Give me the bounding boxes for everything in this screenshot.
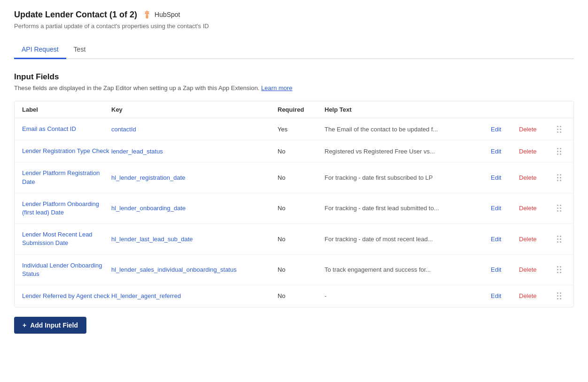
tab-api-request[interactable]: API Request xyxy=(14,41,66,59)
svg-line-7 xyxy=(148,12,149,12)
svg-line-5 xyxy=(148,14,149,14)
delete-button[interactable]: Delete xyxy=(519,174,552,181)
col-delete xyxy=(519,106,552,113)
row-key: Hl_lender_agent_referred xyxy=(111,292,278,299)
delete-button[interactable]: Delete xyxy=(519,236,552,243)
table-row: Lender Referred by Agent check Hl_lender… xyxy=(15,285,573,307)
row-help: To track engagement and success for... xyxy=(325,266,491,273)
edit-button[interactable]: Edit xyxy=(491,236,519,243)
section-title: Input Fields xyxy=(14,72,574,82)
section-description: These fields are displayed in the Zap Ed… xyxy=(14,84,574,92)
table-row: Individual Lender Onboarding Status hl_l… xyxy=(15,255,573,285)
table-row: Email as Contact ID contactId Yes The Em… xyxy=(15,118,573,140)
row-required: No xyxy=(278,174,325,181)
row-help: Registered vs Registered Free User vs... xyxy=(325,148,491,155)
delete-button[interactable]: Delete xyxy=(519,126,552,133)
edit-button[interactable]: Edit xyxy=(491,126,519,133)
row-help: For tracking - date first lead submitted… xyxy=(325,205,491,212)
col-label: Label xyxy=(22,106,111,113)
row-key: hl_lender_onboarding_date xyxy=(111,205,278,212)
col-key: Key xyxy=(111,106,278,113)
col-drag xyxy=(552,106,566,113)
col-help-text: Help Text xyxy=(325,106,491,113)
row-key: hl_lender_sales_individual_onboarding_st… xyxy=(111,266,278,273)
row-help: For tracking - date of most recent lead.… xyxy=(325,236,491,243)
row-label: Lender Most Recent Lead Submission Date xyxy=(22,230,111,247)
drag-handle[interactable] xyxy=(552,292,566,299)
row-label: Individual Lender Onboarding Status xyxy=(22,261,111,278)
svg-line-6 xyxy=(145,14,146,14)
edit-button[interactable]: Edit xyxy=(491,292,519,299)
row-required: Yes xyxy=(278,126,325,133)
row-required: No xyxy=(278,292,325,299)
table-row: Lender Platform Onboarding (first lead) … xyxy=(15,193,573,224)
row-label: Email as Contact ID xyxy=(22,125,111,133)
tabs-bar: API Request Test xyxy=(14,41,574,59)
edit-button[interactable]: Edit xyxy=(491,205,519,212)
input-fields-table: Label Key Required Help Text Email as Co… xyxy=(14,101,574,307)
row-label: Lender Platform Registration Date xyxy=(22,169,111,186)
col-required: Required xyxy=(278,106,325,113)
delete-button[interactable]: Delete xyxy=(519,292,552,299)
edit-button[interactable]: Edit xyxy=(491,148,519,155)
svg-line-4 xyxy=(145,12,146,12)
drag-handle[interactable] xyxy=(552,205,566,212)
row-key: hl_lender_registration_date xyxy=(111,174,278,181)
drag-handle[interactable] xyxy=(552,126,566,133)
row-key: hl_lender_last_lead_sub_date xyxy=(111,236,278,243)
tab-test[interactable]: Test xyxy=(66,41,93,59)
svg-point-1 xyxy=(147,12,148,14)
add-button-label: Add Input Field xyxy=(30,321,78,329)
delete-button[interactable]: Delete xyxy=(519,266,552,273)
add-input-field-button[interactable]: + Add Input Field xyxy=(14,317,86,334)
page-title: Update Lender Contact (1 of 2) xyxy=(14,10,137,20)
edit-button[interactable]: Edit xyxy=(491,174,519,181)
row-key: lender_lead_status xyxy=(111,148,278,155)
row-label: Lender Referred by Agent check xyxy=(22,292,111,300)
table-header: Label Key Required Help Text xyxy=(15,101,573,118)
row-help: - xyxy=(325,292,491,299)
row-label: Lender Registration Type Check xyxy=(22,147,111,155)
drag-handle[interactable] xyxy=(552,236,566,243)
page-description: Performs a partial update of a contact's… xyxy=(14,23,574,30)
row-required: No xyxy=(278,236,325,243)
row-key: contactId xyxy=(111,126,278,133)
hubspot-icon xyxy=(142,9,152,20)
row-help: For tracking - date first subscribed to … xyxy=(325,174,491,181)
delete-button[interactable]: Delete xyxy=(519,148,552,155)
table-row: Lender Platform Registration Date hl_len… xyxy=(15,162,573,193)
learn-more-link[interactable]: Learn more xyxy=(261,84,292,92)
drag-handle[interactable] xyxy=(552,174,566,181)
row-required: No xyxy=(278,205,325,212)
table-row: Lender Registration Type Check lender_le… xyxy=(15,140,573,162)
row-required: No xyxy=(278,266,325,273)
hubspot-badge: HubSpot xyxy=(142,9,180,20)
drag-handle[interactable] xyxy=(552,148,566,155)
row-required: No xyxy=(278,148,325,155)
table-row: Lender Most Recent Lead Submission Date … xyxy=(15,224,573,254)
edit-button[interactable]: Edit xyxy=(491,266,519,273)
integration-name: HubSpot xyxy=(155,11,180,18)
row-label: Lender Platform Onboarding (first lead) … xyxy=(22,200,111,217)
col-edit xyxy=(491,106,519,113)
add-icon: + xyxy=(23,321,26,329)
drag-handle[interactable] xyxy=(552,266,566,273)
row-help: The Email of the contact to be updated f… xyxy=(325,126,491,133)
delete-button[interactable]: Delete xyxy=(519,205,552,212)
